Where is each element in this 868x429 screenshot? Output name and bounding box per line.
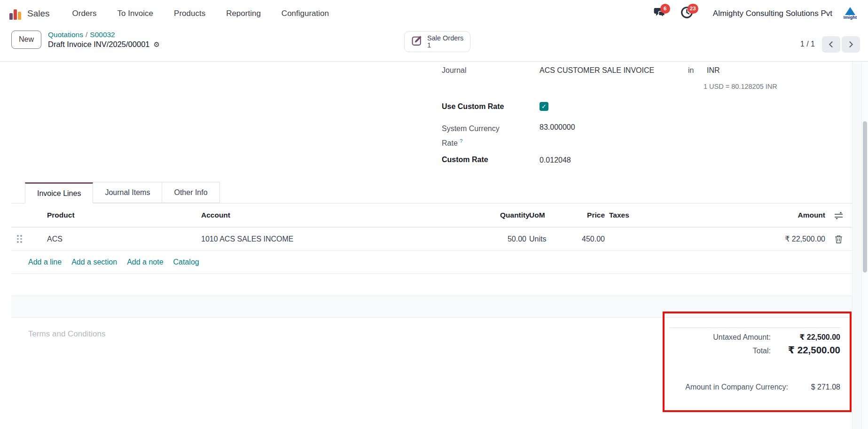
- activities-button[interactable]: 23: [680, 7, 694, 21]
- system-currency-rate-value[interactable]: 83.000000: [540, 123, 575, 132]
- help-icon[interactable]: ?: [460, 138, 462, 144]
- untaxed-amount-value: ₹ 22,500.00: [771, 333, 840, 342]
- terms-and-conditions-field[interactable]: Terms and Conditions: [28, 329, 105, 339]
- usd-rate-info: 1 USD = 80.128205 INR: [704, 83, 777, 90]
- table-bottom-band: [11, 296, 852, 318]
- gear-icon[interactable]: ⚙: [153, 39, 159, 49]
- notebook-tabs: Invoice Lines Journal Items Other Info: [11, 182, 852, 203]
- journal-currency-value[interactable]: INR: [707, 66, 720, 75]
- trash-icon: [835, 235, 843, 243]
- invoice-line-row[interactable]: ACS 1010 ACS SALES INCOME 50.00 Units 45…: [11, 227, 852, 251]
- delete-row-button[interactable]: [825, 235, 852, 243]
- top-navbar: Sales Orders To Invoice Products Reporti…: [0, 0, 868, 27]
- col-header-account[interactable]: Account: [197, 211, 500, 219]
- menu-configuration[interactable]: Configuration: [282, 9, 329, 18]
- messages-button[interactable]: 6: [653, 7, 667, 21]
- sale-orders-label: Sale Orders: [427, 35, 463, 42]
- sheet-edge-strip: [852, 62, 861, 429]
- add-a-section-link[interactable]: Add a section: [71, 258, 117, 266]
- control-panel: New Quotations/S00032 Draft Invoice INV/…: [0, 27, 868, 62]
- cell-product[interactable]: ACS: [28, 235, 197, 243]
- empty-table-space: [11, 274, 852, 296]
- logo-text: Imight: [844, 15, 857, 20]
- messages-count-badge: 6: [660, 4, 670, 14]
- company-currency-value: $ 271.08: [788, 383, 840, 391]
- col-header-quantity[interactable]: Quantity: [500, 211, 526, 219]
- table-footer-links: Add a line Add a section Add a note Cata…: [11, 251, 852, 274]
- drag-handle[interactable]: [17, 235, 22, 243]
- mountain-logo-icon: [845, 7, 855, 15]
- menu-to-invoice[interactable]: To Invoice: [117, 9, 154, 18]
- totals-summary: Untaxed Amount: ₹ 22,500.00 Total: ₹ 22,…: [670, 328, 840, 394]
- edit-pencil-icon: [411, 35, 423, 48]
- journal-field-label: Journal: [442, 66, 466, 75]
- menu-orders[interactable]: Orders: [72, 9, 97, 18]
- scrollbar-thumb[interactable]: [863, 121, 867, 273]
- page-title: Draft Invoice INV/2025/00001: [48, 39, 149, 49]
- breadcrumb-s00032-link[interactable]: S00032: [90, 31, 115, 39]
- app-name: Sales: [27, 8, 50, 19]
- tab-journal-items[interactable]: Journal Items: [93, 182, 162, 203]
- navbar-systray: 6 23 Almighty Consulting Solutions Pvt I…: [653, 0, 868, 27]
- tab-other-info[interactable]: Other Info: [162, 182, 219, 203]
- cell-account[interactable]: 1010 ACS SALES INCOME: [197, 235, 500, 243]
- col-header-taxes[interactable]: Taxes: [609, 211, 669, 219]
- menu-reporting[interactable]: Reporting: [226, 9, 261, 18]
- untaxed-amount-label: Untaxed Amount:: [670, 333, 771, 342]
- sales-app-icon: [9, 8, 22, 20]
- company-currency-label: Amount in Company Currency:: [670, 383, 788, 391]
- main-menu: Orders To Invoice Products Reporting Con…: [72, 9, 329, 18]
- tab-invoice-lines[interactable]: Invoice Lines: [25, 182, 93, 203]
- sale-orders-count: 1: [427, 42, 463, 49]
- journal-in-label: in: [688, 66, 694, 75]
- use-custom-rate-label: Use Custom Rate: [442, 102, 504, 111]
- table-header-row: Product Account Quantity UoM Price Taxes…: [11, 203, 852, 227]
- custom-rate-label: Custom Rate: [442, 156, 488, 164]
- col-header-amount[interactable]: Amount: [669, 211, 825, 219]
- menu-products[interactable]: Products: [174, 9, 205, 18]
- chevron-left-icon: [828, 41, 834, 48]
- sliders-icon: [834, 211, 843, 219]
- col-header-price[interactable]: Price: [556, 211, 605, 219]
- chevron-right-icon: [848, 41, 854, 48]
- custom-rate-value[interactable]: 0.012048: [540, 156, 571, 164]
- form-sheet: Journal ACS CUSTOMER SALE INVOICE in INR…: [0, 62, 868, 429]
- cell-quantity[interactable]: 50.00: [500, 235, 526, 243]
- add-a-line-link[interactable]: Add a line: [28, 258, 62, 266]
- use-custom-rate-checkbox[interactable]: ✓: [540, 102, 548, 111]
- breadcrumb-separator: /: [86, 31, 87, 39]
- pager-counter: 1 / 1: [800, 40, 815, 48]
- invoice-lines-table: Product Account Quantity UoM Price Taxes…: [11, 203, 852, 318]
- optional-columns-button[interactable]: [825, 211, 852, 219]
- catalog-link[interactable]: Catalog: [173, 258, 199, 266]
- app-switcher[interactable]: Sales: [9, 8, 50, 20]
- total-label: Total:: [670, 347, 771, 355]
- sale-orders-stat-button[interactable]: Sale Orders 1: [404, 31, 470, 52]
- add-a-note-link[interactable]: Add a note: [127, 258, 163, 266]
- new-button[interactable]: New: [11, 31, 41, 49]
- cell-amount[interactable]: ₹ 22,500.00: [669, 234, 825, 243]
- journal-field-value[interactable]: ACS CUSTOMER SALE INVOICE: [540, 66, 654, 75]
- breadcrumb: Quotations/S00032 Draft Invoice INV/2025…: [48, 30, 160, 49]
- checkmark-icon: ✓: [541, 103, 547, 110]
- total-value: ₹ 22,500.00: [771, 344, 840, 356]
- activities-count-badge: 23: [688, 4, 698, 14]
- breadcrumb-quotations-link[interactable]: Quotations: [48, 31, 83, 39]
- user-avatar-logo[interactable]: Imight: [840, 7, 860, 20]
- pager-next-button[interactable]: [842, 36, 860, 53]
- cell-price[interactable]: 450.00: [556, 235, 605, 243]
- pager-previous-button[interactable]: [822, 36, 840, 53]
- company-switcher[interactable]: Almighty Consulting Solutions Pvt: [713, 9, 832, 18]
- system-currency-rate-label: System Currency Rate ?: [442, 123, 505, 149]
- cell-uom[interactable]: Units: [529, 235, 556, 243]
- col-header-uom[interactable]: UoM: [529, 211, 556, 219]
- col-header-product[interactable]: Product: [28, 211, 197, 219]
